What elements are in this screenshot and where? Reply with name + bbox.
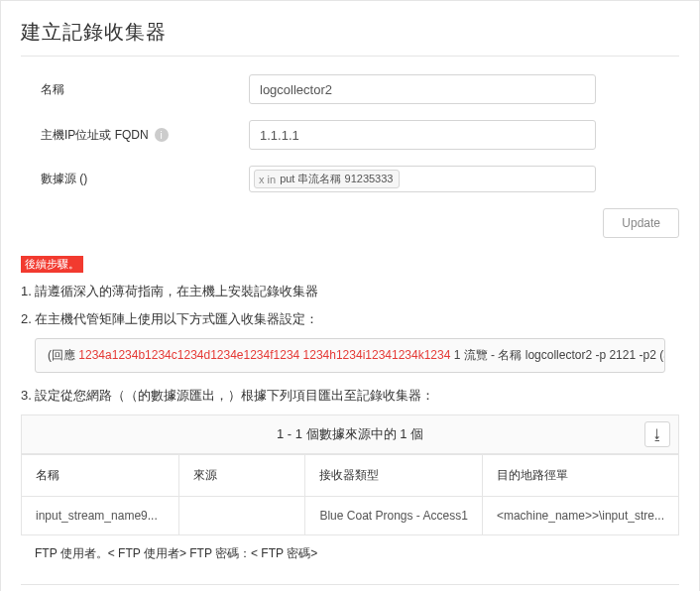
host-label: 主機IP位址或 FQDN i (21, 127, 249, 144)
cell-source (178, 497, 305, 535)
col-name[interactable]: 名稱 (22, 455, 179, 497)
cell-type: Blue Coat Prongs - Access1 (305, 497, 482, 535)
cell-name: input_stream_name9... (22, 497, 179, 535)
col-path[interactable]: 目的地路徑單 (482, 455, 678, 497)
ftp-note: FTP 使用者。< FTP 使用者> FTP 密碼：< FTP 密碼> (35, 545, 679, 562)
row-name: 名稱 (21, 74, 679, 104)
dialog: 建立記錄收集器 名稱 主機IP位址或 FQDN i 數據源 () x in pu… (0, 0, 700, 591)
update-button[interactable]: Update (603, 208, 679, 238)
step-1: 1. 請遵循深入的薄荷指南，在主機上安裝記錄收集器 (21, 283, 679, 300)
cell-path: <machine_name>>\input_stre... (482, 497, 678, 535)
table: 名稱 來源 接收器類型 目的地路徑單 input_stream_name9...… (21, 454, 679, 535)
chip-remove-icon[interactable]: x in (259, 174, 276, 185)
dialog-footer: 關閉 (21, 584, 679, 591)
name-input[interactable] (249, 74, 596, 104)
col-type[interactable]: 接收器類型 (305, 455, 482, 497)
table-summary-bar: 1 - 1 個數據來源中的 1 個 ⭳ (21, 414, 679, 454)
datasource-table: 1 - 1 個數據來源中的 1 個 ⭳ 名稱 來源 接收器類型 目的地路徑單 i… (21, 414, 679, 535)
next-steps-tag: 後續步驟。 (21, 256, 83, 273)
step-3: 3. 設定從您網路（（的數據源匯出，）根據下列項目匯出至記錄收集器： (21, 387, 679, 405)
info-icon[interactable]: i (155, 128, 169, 142)
chip-text: put 串流名稱 91235333 (280, 172, 393, 186)
row-host: 主機IP位址或 FQDN i (21, 120, 679, 150)
command-box[interactable]: (回應 1234a1234b1234c1234d1234e1234f1234 1… (35, 338, 665, 373)
datasource-chip[interactable]: x in put 串流名稱 91235333 (254, 170, 400, 188)
name-label: 名稱 (21, 81, 249, 98)
host-label-text: 主機IP位址或 FQDN (41, 127, 149, 144)
cmd-part1: (回應 (48, 348, 78, 362)
table-row[interactable]: input_stream_name9... Blue Coat Prongs -… (22, 497, 679, 535)
row-datasource: 數據源 () x in put 串流名稱 91235333 (21, 166, 679, 192)
datasource-input[interactable]: x in put 串流名稱 91235333 (249, 166, 596, 192)
table-header-row: 名稱 來源 接收器類型 目的地路徑單 (22, 455, 679, 497)
update-row: Update (21, 208, 679, 238)
col-source[interactable]: 來源 (178, 455, 305, 497)
host-input[interactable] (249, 120, 596, 150)
steps: 後續步驟。 1. 請遵循深入的薄荷指南，在主機上安裝記錄收集器 2. 在主機代管… (21, 252, 679, 405)
dialog-title: 建立記錄收集器 (21, 19, 679, 57)
table-summary: 1 - 1 個數據來源中的 1 個 (277, 425, 423, 443)
download-icon[interactable]: ⭳ (644, 421, 670, 447)
cmd-token: 1234a1234b1234c1234d1234e1234f1234 1234h… (78, 348, 450, 362)
datasource-label: 數據源 () (21, 171, 249, 187)
cmd-part2: 1 流覽 - 名稱 logcollector2 -p 2121 -p2 (3 (450, 348, 665, 362)
step-2: 2. 在主機代管矩陣上使用以下方式匯入收集器設定： (21, 310, 679, 328)
